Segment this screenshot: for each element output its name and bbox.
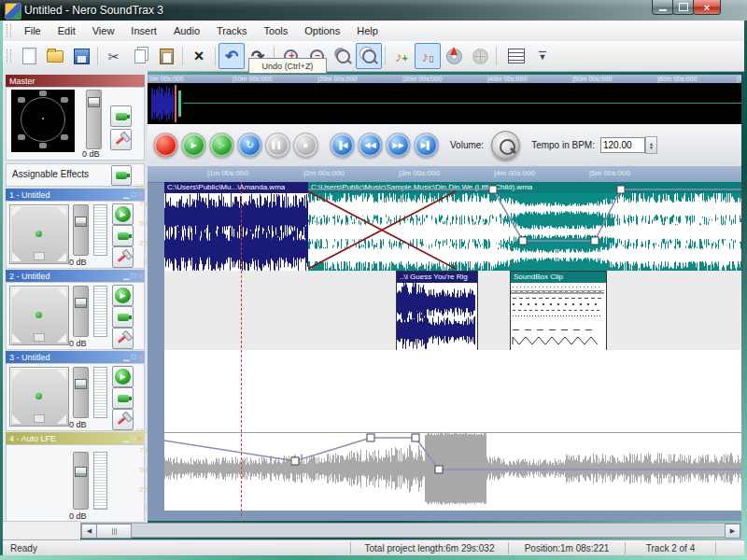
tempo-input[interactable]	[600, 137, 645, 153]
minimize-button[interactable]	[652, 0, 674, 15]
track1-clip-amanda[interactable]: C:\Users\Public\Mu...\Amanda.wma	[164, 182, 309, 271]
menu-insert[interactable]: Insert	[122, 22, 165, 39]
strip1-tools-button[interactable]	[112, 246, 134, 268]
pause-button[interactable]: ▌▌	[265, 133, 290, 158]
master-effects-button[interactable]	[110, 105, 132, 127]
play-button[interactable]: ▶	[181, 133, 206, 158]
insert-audio-file-button[interactable]: ♪▯	[415, 43, 441, 69]
zoom-fit-button[interactable]	[330, 43, 356, 69]
maximize-button[interactable]	[672, 0, 695, 15]
resize-grip[interactable]	[715, 542, 744, 554]
strip3-pan-control[interactable]	[9, 367, 69, 427]
strip4-volume-fader[interactable]	[73, 452, 89, 510]
horizontal-scrollbar[interactable]: ◀ ▶	[80, 523, 741, 538]
master-strip-header[interactable]: Master	[6, 75, 145, 87]
open-button[interactable]	[42, 43, 68, 69]
strip3-tools-button[interactable]	[112, 409, 134, 430]
strip2-header[interactable]: 2 - Untitled ▁□×	[6, 270, 145, 282]
track2-clip-soundbox[interactable]: SoundBox Clip	[510, 271, 607, 352]
strip-maximize-icon[interactable]: □	[131, 191, 135, 199]
overview-ruler[interactable]: 0m 00s:000 |10m 00s:000 |20m 00s:000 |30…	[148, 75, 741, 83]
play-all-button[interactable]: ▷	[209, 133, 234, 158]
strip-close-icon[interactable]: ×	[137, 435, 142, 442]
skip-start-button[interactable]: ▐◀	[330, 133, 355, 158]
add-audio-button[interactable]: ♪+	[388, 43, 415, 69]
strip-close-icon[interactable]: ×	[137, 191, 142, 199]
minimize-icon	[659, 9, 667, 11]
volume-knob[interactable]	[491, 131, 520, 160]
scale-25: 25	[139, 239, 148, 247]
strip1-play-button[interactable]: ▶	[112, 203, 134, 225]
menu-edit[interactable]: Edit	[49, 22, 84, 39]
spin-down-icon[interactable]: ▼	[649, 146, 654, 149]
master-surround-panner[interactable]	[11, 90, 75, 152]
strip1-pan-control[interactable]	[9, 204, 69, 264]
scrollbar-thumb[interactable]	[96, 524, 132, 539]
strip1-volume-fader[interactable]	[73, 204, 89, 256]
strip-maximize-icon[interactable]: □	[131, 354, 135, 361]
playhead-cursor[interactable]	[241, 182, 242, 516]
track4-lane[interactable]	[164, 425, 741, 511]
master-tools-button[interactable]	[110, 129, 132, 150]
strip-maximize-icon[interactable]: □	[131, 273, 135, 280]
menu-help[interactable]: Help	[348, 22, 387, 39]
scroll-right-button[interactable]: ▶	[725, 524, 740, 539]
strip1-header[interactable]: 1 - Untitled ▁□×	[6, 189, 145, 201]
strip1-effects-button[interactable]	[112, 225, 134, 246]
timeline-ruler[interactable]: |1m 00s:000 |2m 00s:000 |3m 00s:000 |4m …	[148, 166, 741, 183]
strip3-play-button[interactable]: ▶	[112, 366, 134, 387]
assignable-effects-button[interactable]	[111, 165, 132, 186]
menu-file[interactable]: File	[16, 22, 49, 39]
strip-maximize-icon[interactable]: □	[131, 435, 135, 442]
track-layout-button[interactable]	[500, 43, 533, 69]
menu-audio[interactable]: Audio	[165, 22, 208, 39]
copy-button[interactable]	[127, 43, 153, 69]
menu-view[interactable]: View	[84, 22, 123, 39]
strip3-volume-fader[interactable]	[73, 367, 89, 418]
strip2-volume-fader[interactable]	[73, 286, 89, 337]
undo-button[interactable]: ↶	[218, 43, 245, 69]
strip2-effects-button[interactable]	[112, 306, 134, 328]
paste-button[interactable]	[153, 43, 179, 69]
strip2-play-button[interactable]: ▶	[112, 285, 134, 306]
rewind-button[interactable]: ◀◀	[358, 133, 383, 158]
tempo-spinner[interactable]: ▲▼	[645, 136, 657, 154]
menu-tools[interactable]: Tools	[256, 22, 297, 39]
strip-close-icon[interactable]: ×	[137, 354, 142, 361]
track2-clip-iguess[interactable]: ..\I Guess You're Rig	[396, 271, 478, 352]
strip-minimize-icon[interactable]: ▁	[123, 435, 129, 442]
volume-envelope[interactable]	[164, 425, 741, 511]
scroll-left-button[interactable]: ◀	[81, 524, 97, 539]
zoom-page-button[interactable]	[356, 43, 382, 69]
track2-lane[interactable]: ..\I Guess You're Rig SoundBox Clip	[164, 271, 741, 350]
master-volume-fader[interactable]	[86, 90, 102, 149]
new-document-button[interactable]	[16, 43, 42, 69]
stop-button[interactable]: ■	[293, 133, 318, 158]
loop-button[interactable]: ↻	[237, 133, 262, 158]
track3-lane[interactable]	[164, 350, 741, 425]
strip4-header[interactable]: 4 - Auto LFE ▁□×	[6, 432, 145, 444]
record-button[interactable]	[153, 133, 178, 158]
menu-options[interactable]: Options	[296, 22, 348, 39]
menu-tracks[interactable]: Tracks	[208, 22, 256, 39]
skip-end-button[interactable]: ▶▌	[414, 133, 439, 158]
strip3-header[interactable]: 3 - Untitled ▁□×	[6, 351, 145, 363]
cut-button[interactable]: ✂	[101, 43, 127, 69]
strip-minimize-icon[interactable]: ▁	[123, 354, 129, 361]
strip-minimize-icon[interactable]: ▁	[123, 191, 129, 199]
strip2-pan-control[interactable]	[9, 286, 69, 345]
project-overview[interactable]	[148, 83, 741, 124]
surround-button[interactable]	[467, 43, 493, 69]
close-button[interactable]: ×	[693, 0, 721, 15]
toolbar-overflow-button[interactable]: ▼	[533, 43, 552, 69]
strip3-effects-button[interactable]	[112, 387, 134, 409]
overview-waveform-thumbnail	[151, 85, 183, 122]
burn-cd-button[interactable]	[441, 43, 467, 69]
strip-minimize-icon[interactable]: ▁	[123, 273, 129, 280]
strip2-tools-button[interactable]	[112, 328, 134, 349]
save-button[interactable]	[68, 43, 94, 69]
delete-button[interactable]: ×	[186, 43, 212, 69]
strip-close-icon[interactable]: ×	[137, 273, 142, 280]
track1-lane[interactable]: C:\Users\Public\Mu...\Amanda.wma C:\User…	[164, 182, 741, 271]
fast-forward-button[interactable]: ▶▶	[386, 133, 411, 158]
